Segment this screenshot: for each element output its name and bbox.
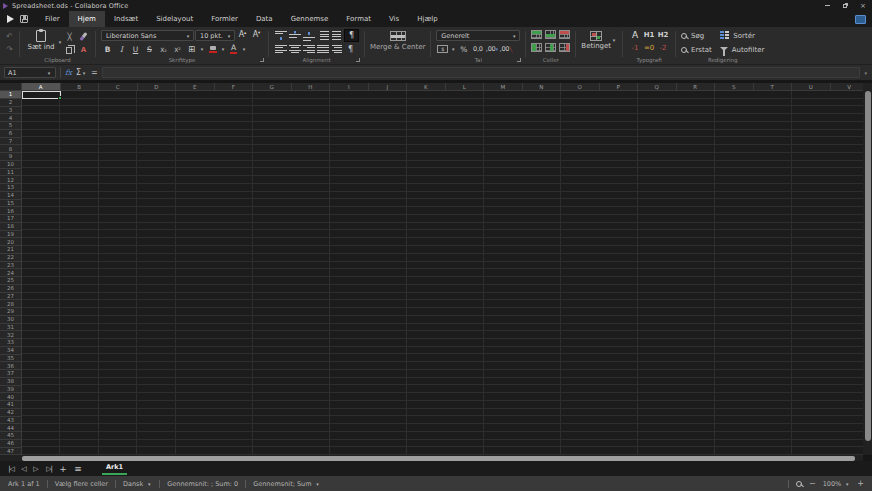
row-header-31[interactable]: 31 — [0, 324, 21, 332]
column-header-E[interactable]: E — [176, 83, 215, 91]
bold-button[interactable]: B — [101, 43, 114, 55]
row-header-14[interactable]: 14 — [0, 192, 21, 200]
row-header-1[interactable]: 1 — [0, 91, 21, 99]
stats-selector[interactable]: Gennemsnit; Sum ▾ — [246, 480, 327, 488]
currency-format-button[interactable]: $ — [436, 43, 449, 55]
last-sheet-button[interactable]: ▷| — [42, 465, 56, 473]
style-good-button[interactable]: -1 — [628, 44, 642, 52]
column-header-U[interactable]: U — [792, 83, 831, 91]
row-header-16[interactable]: 16 — [0, 207, 21, 215]
name-box[interactable]: A1 ▾ — [4, 67, 56, 78]
expand-formula-bar-icon[interactable]: ▾ — [864, 70, 867, 76]
undo-button[interactable]: ↶ — [3, 31, 16, 42]
menu-tab-hjem[interactable]: Hjem — [69, 11, 105, 27]
delete-rows-button[interactable] — [559, 30, 570, 39]
number-dialog-launcher-icon[interactable] — [517, 58, 521, 62]
row-header-17[interactable]: 17 — [0, 215, 21, 223]
font-name-select[interactable]: Liberation Sans ▾ — [101, 30, 194, 41]
row-header-27[interactable]: 27 — [0, 293, 21, 301]
column-header-R[interactable]: R — [677, 83, 716, 91]
save-icon[interactable] — [20, 15, 28, 23]
row-header-36[interactable]: 36 — [0, 362, 21, 370]
row-header-4[interactable]: 4 — [0, 114, 21, 122]
underline-button[interactable]: U — [129, 43, 142, 55]
column-header-S[interactable]: S — [715, 83, 754, 91]
insert-columns-after-button[interactable] — [545, 43, 556, 52]
column-header-Q[interactable]: Q — [638, 83, 677, 91]
vertical-scrollbar[interactable] — [863, 83, 872, 455]
row-header-18[interactable]: 18 — [0, 223, 21, 231]
row-header-40[interactable]: 40 — [0, 393, 21, 401]
fill-handle[interactable] — [58, 96, 62, 100]
borders-button[interactable]: ⊞ — [185, 43, 198, 55]
column-header-A[interactable]: A — [22, 83, 61, 91]
row-header-8[interactable]: 8 — [0, 145, 21, 153]
font-size-select[interactable]: 10 pkt. ▾ — [195, 30, 235, 41]
row-header-38[interactable]: 38 — [0, 378, 21, 386]
row-header-33[interactable]: 33 — [0, 339, 21, 347]
subscript-button[interactable]: X₂ — [157, 43, 170, 55]
sort-button[interactable]: Sortér — [720, 29, 765, 42]
first-sheet-button[interactable]: |◁ — [4, 465, 18, 473]
column-header-J[interactable]: J — [369, 83, 408, 91]
percent-format-button[interactable]: % — [457, 43, 470, 55]
shrink-font-button[interactable]: A▾ — [250, 30, 263, 42]
sheet-menu-icon[interactable]: ≡ — [70, 464, 86, 474]
wrap-text-button[interactable] — [330, 43, 343, 55]
strikethrough-button[interactable]: S — [143, 43, 156, 55]
column-header-N[interactable]: N — [523, 83, 562, 91]
menu-tab-format[interactable]: Format — [337, 11, 380, 27]
row-header-13[interactable]: 13 — [0, 184, 21, 192]
clone-formatting-button[interactable] — [77, 31, 90, 43]
background-color-button[interactable] — [206, 43, 219, 55]
close-button[interactable]: × — [854, 0, 872, 11]
paste-button[interactable]: Sæt ind — [25, 29, 57, 55]
row-header-15[interactable]: 15 — [0, 200, 21, 208]
grow-font-button[interactable]: A▴ — [236, 30, 249, 42]
column-header-M[interactable]: M — [484, 83, 523, 91]
style-heading1-button[interactable]: H1 — [642, 31, 656, 39]
selected-cell-cursor[interactable] — [22, 91, 61, 99]
formatting-marks-button[interactable]: ¶ — [344, 43, 357, 55]
currency-dropdown-icon[interactable]: ▾ — [450, 46, 456, 52]
row-header-42[interactable]: 42 — [0, 409, 21, 417]
column-header-F[interactable]: F — [215, 83, 254, 91]
zoom-level-selector[interactable]: 100% ▾ — [823, 480, 851, 488]
function-wizard-button[interactable]: fx — [65, 68, 72, 77]
row-header-43[interactable]: 43 — [0, 417, 21, 425]
clear-formatting-button[interactable]: A — [77, 44, 90, 56]
conditional-formatting-button[interactable]: Betinget — [581, 29, 611, 50]
row-header-44[interactable]: 44 — [0, 424, 21, 432]
menu-tab-indsæt[interactable]: Indsæt — [105, 11, 147, 27]
row-header-19[interactable]: 19 — [0, 231, 21, 239]
vertical-scrollbar-thumb[interactable] — [865, 91, 871, 441]
cut-button[interactable]: ╳ — [63, 31, 76, 43]
sum-button[interactable]: Σ▾ — [76, 68, 87, 77]
row-header-37[interactable]: 37 — [0, 370, 21, 378]
sheet-tab-ark1[interactable]: Ark1 — [102, 462, 127, 475]
notebookbar-toggle-icon[interactable] — [855, 15, 866, 24]
justify-button[interactable] — [316, 43, 329, 55]
row-header-21[interactable]: 21 — [0, 246, 21, 254]
language-selector[interactable]: Dansk ▾ — [116, 480, 159, 488]
text-direction-button[interactable]: ¶ — [344, 29, 359, 42]
row-header-7[interactable]: 7 — [0, 138, 21, 146]
row-header-5[interactable]: 5 — [0, 122, 21, 130]
align-bottom-button[interactable] — [302, 30, 315, 42]
merge-center-button[interactable]: Merge & Center — [370, 43, 425, 51]
conditional-dropdown-icon[interactable]: ▾ — [611, 37, 617, 43]
row-header-10[interactable]: 10 — [0, 161, 21, 169]
row-header-12[interactable]: 12 — [0, 176, 21, 184]
row-header-45[interactable]: 45 — [0, 432, 21, 440]
next-sheet-button[interactable]: ▷ — [30, 465, 42, 473]
add-sheet-button[interactable]: + — [56, 464, 70, 474]
menu-tab-hjælp[interactable]: Hjælp — [408, 11, 446, 27]
redo-button[interactable]: ↷ — [3, 44, 16, 55]
column-header-K[interactable]: K — [407, 83, 446, 91]
align-right-button[interactable] — [302, 43, 315, 55]
style-neutral-button[interactable]: =0 — [642, 44, 656, 52]
decrease-indent-button[interactable] — [330, 30, 343, 42]
column-header-D[interactable]: D — [138, 83, 177, 91]
superscript-button[interactable]: X² — [171, 43, 184, 55]
column-header-B[interactable]: B — [61, 83, 100, 91]
